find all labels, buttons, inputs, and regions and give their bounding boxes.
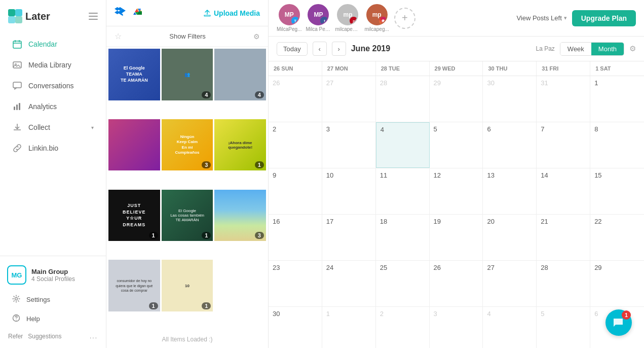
calendar-day-cell[interactable]: 29 [590,261,644,306]
calendar-day-cell[interactable]: 5 [537,307,590,348]
calendar-settings-icon[interactable]: ⚙ [629,44,636,53]
sidebar-item-calendar[interactable]: Calendar [4,34,102,54]
profile-avatar-wrap[interactable]: mppmilcapegu... [335,4,360,32]
calendar-day-cell[interactable]: 2 [269,122,322,168]
calendar-day-cell[interactable]: 18 [376,215,430,260]
calendar-day-cell[interactable]: 6 [483,122,537,168]
google-drive-icon[interactable] [133,6,144,20]
sidebar-item-linkinbio[interactable]: Linkin.bio [4,138,102,158]
calendar-day-cell[interactable]: 29 [430,76,483,122]
media-item[interactable] [108,119,160,171]
prev-month-button[interactable]: ‹ [313,42,327,56]
calendar-day-cell[interactable]: 15 [590,168,644,214]
calendar-day-cell[interactable]: 16 [269,215,322,260]
media-item[interactable]: El GoogleLas cosas tambiénTE AMARÁN1 [162,190,213,241]
media-item[interactable]: 101 [162,260,213,311]
calendar-week-row: 23242526272829 [269,261,644,307]
media-item[interactable]: 👥4 [162,49,213,100]
media-item[interactable]: NingúnKeep CalmEn miCumpleaños3 [162,119,213,171]
media-item[interactable]: ¡Ahora dimequegandote!1 [214,119,266,171]
month-view-button[interactable]: Month [591,43,624,55]
calendar-day-cell[interactable]: 3 [322,122,376,168]
calendar-day-cell[interactable]: 27 [483,261,537,306]
suggestions-link[interactable]: Suggestions [28,333,61,340]
calendar-day-cell[interactable]: 31 [537,76,590,122]
day-number: 9 [273,171,318,179]
svg-point-16 [16,320,17,321]
calendar-day-cell[interactable]: 20 [483,215,537,260]
calendar-day-cell[interactable]: 21 [537,215,590,260]
sidebar-item-analytics[interactable]: Analytics [4,96,102,117]
sidebar-item-collect[interactable]: Collect ▾ [4,117,102,137]
upgrade-plan-button[interactable]: Upgrade Plan [572,10,636,26]
calendar-day-cell[interactable]: 23 [269,261,322,306]
more-options-icon[interactable]: ... [90,333,98,340]
calendar-day-cell[interactable]: 26 [269,76,322,122]
media-item[interactable]: 4 [214,49,266,100]
calendar-header-cell: 30 THU [483,61,537,76]
calendar-day-cell[interactable]: 22 [590,215,644,260]
topbar-right: View Posts Left ▾ Upgrade Plan [516,10,636,26]
calendar-day-cell[interactable]: 9 [269,168,322,214]
dropbox-icon[interactable] [115,6,126,20]
day-number: 4 [487,310,532,318]
calendar-day-cell[interactable]: 28 [537,261,590,306]
week-view-button[interactable]: Week [560,43,591,55]
sidebar-item-media-library[interactable]: Media Library [4,55,102,75]
calendar-day-cell[interactable]: 4 [376,122,430,168]
calendar-day-cell[interactable]: 24 [322,261,376,306]
profile-avatar-wrap[interactable]: mp◉milcapeg... [364,4,389,32]
chat-button[interactable]: 1 [605,309,632,336]
calendar-week-row: 16171819202122 [269,215,644,261]
calendar-day-cell[interactable]: 10 [322,168,376,214]
media-item[interactable]: JUSTBELIEVEY☆URDREAMS1 [108,190,160,241]
media-item[interactable]: consumidor de hoy no quiera que le digan… [108,260,160,311]
calendar-day-cell[interactable]: 27 [322,76,376,122]
svg-rect-3 [15,16,22,23]
hamburger-icon[interactable] [89,13,98,20]
filter-icon[interactable]: ⚙ [253,32,260,41]
calendar-day-cell[interactable]: 30 [269,307,322,348]
profile-avatar-wrap[interactable]: MPTMilcaPeg... [277,4,301,32]
calendar-day-cell[interactable]: 26 [430,261,483,306]
calendar-day-cell[interactable]: 17 [322,215,376,260]
calendar-day-cell[interactable]: 12 [430,168,483,214]
download-icon [12,122,22,132]
media-item[interactable]: El GoogleTEAMATE AMARÁN [108,49,160,100]
star-icon[interactable]: ☆ [115,31,122,41]
calendar-day-cell[interactable]: 4 [483,307,537,348]
calendar-header-cell: 31 FRI [537,61,590,76]
add-profile-button[interactable]: + [394,8,415,29]
main-group-badge[interactable]: MG Main Group 4 Social Profiles [0,260,106,290]
calendar-day-cell[interactable]: 7 [537,122,590,168]
calendar-day-cell[interactable]: 14 [537,168,590,214]
settings-item[interactable]: Settings [4,290,102,309]
profile-avatar-wrap[interactable]: MPfMilca Peg... [306,4,331,32]
calendar-day-cell[interactable]: 30 [483,76,537,122]
calendar-day-cell[interactable]: 3 [430,307,483,348]
help-item[interactable]: Help [4,309,102,328]
day-number: 2 [273,125,318,133]
calendar-day-cell[interactable]: 25 [376,261,430,306]
calendar-day-cell[interactable]: 1 [590,76,644,122]
today-button[interactable]: Today [277,42,308,56]
calendar-day-cell[interactable]: 8 [590,122,644,168]
refer-link[interactable]: Refer [8,333,23,340]
calendar-day-cell[interactable]: 11 [376,168,430,214]
media-item-badge: 1 [202,302,211,309]
calendar-day-cell[interactable]: 28 [376,76,430,122]
view-posts-left-button[interactable]: View Posts Left ▾ [516,14,566,22]
day-number: 19 [434,218,479,225]
calendar-day-cell[interactable]: 2 [376,307,430,348]
calendar-day-cell[interactable]: 1 [322,307,376,348]
sidebar-item-conversations[interactable]: Conversations [4,76,102,96]
calendar-week-row: 30123456 [269,307,644,348]
media-item[interactable]: 3 [214,190,266,241]
calendar-day-cell[interactable]: 19 [430,215,483,260]
upload-media-button[interactable]: Upload Media [204,9,260,17]
app-logo: Later [8,9,50,23]
calendar-day-cell[interactable]: 13 [483,168,537,214]
calendar-day-cell[interactable]: 5 [430,122,483,168]
next-month-button[interactable]: › [332,42,346,56]
show-filters-button[interactable]: Show Filters [169,32,206,40]
